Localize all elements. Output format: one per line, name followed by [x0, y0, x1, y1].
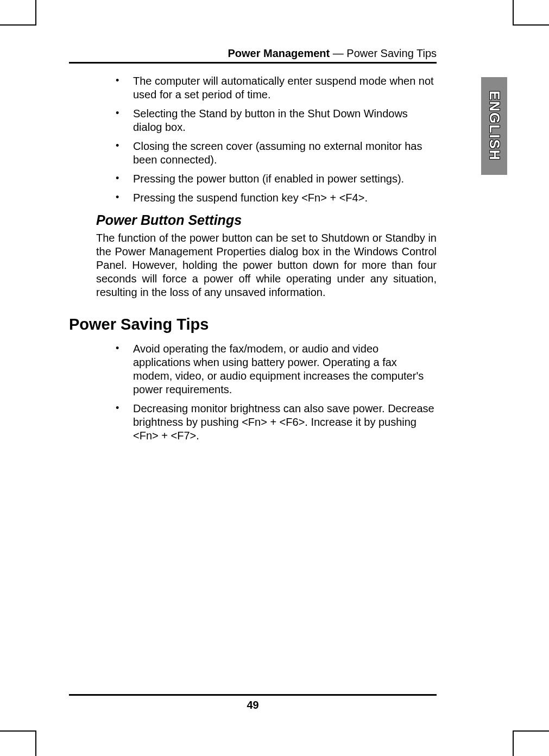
list-item: Pressing the power button (if enabled in…	[112, 172, 437, 186]
header-section-rest: — Power Saving Tips	[330, 47, 437, 59]
header-divider	[69, 62, 437, 64]
list-item: Pressing the suspend function key <Fn> +…	[112, 191, 437, 205]
power-saving-tips-heading: Power Saving Tips	[69, 316, 437, 333]
list-item: The computer will automatically enter su…	[112, 74, 437, 102]
page-footer: 49	[69, 694, 437, 711]
page-number: 49	[69, 699, 437, 711]
power-button-heading: Power Button Settings	[96, 212, 437, 228]
suspend-bullet-list: The computer will automatically enter su…	[112, 74, 437, 205]
language-tab-label: ENGLISH	[486, 91, 503, 161]
list-item: Selecting the Stand by button in the Shu…	[112, 107, 437, 134]
footer-divider	[69, 694, 437, 696]
list-item: Decreasing monitor brightness can also s…	[112, 402, 437, 443]
tips-bullet-list: Avoid operating the fax/modem, or audio …	[112, 342, 437, 443]
page-header: Power Management — Power Saving Tips	[69, 47, 480, 60]
language-tab: ENGLISH	[481, 77, 507, 175]
power-button-paragraph: The function of the power button can be …	[96, 231, 437, 299]
list-item: Closing the screen cover (assuming no ex…	[112, 140, 437, 167]
header-section-bold: Power Management	[228, 47, 330, 59]
list-item: Avoid operating the fax/modem, or audio …	[112, 342, 437, 396]
